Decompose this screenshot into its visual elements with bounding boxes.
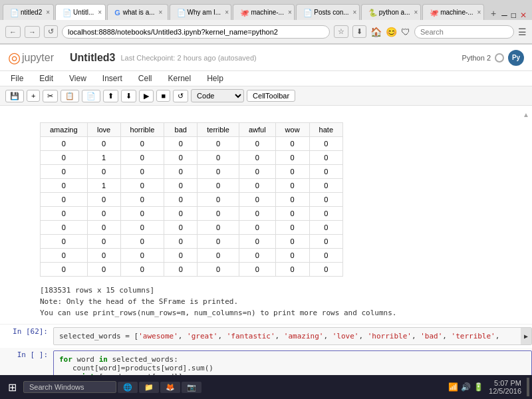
notebook-content: ▲ amazing love horrible bad terrible awf…: [0, 106, 532, 388]
taskbar-network-icon[interactable]: 📶: [448, 382, 458, 392]
tab-close-7[interactable]: ×: [414, 9, 418, 16]
jupyter-text: jupyter: [22, 52, 54, 64]
cell-6-2: 0: [120, 221, 164, 235]
bookmark-button[interactable]: ☆: [334, 25, 348, 38]
scroll-indicator-top: ▲: [0, 111, 532, 118]
taskbar-app-ie[interactable]: 🌐: [118, 382, 138, 393]
run-button[interactable]: ▶: [139, 90, 154, 102]
tab-google[interactable]: G what is a... ×: [107, 4, 168, 20]
minimize-button[interactable]: ─: [501, 11, 507, 20]
menu-kernel[interactable]: Kernel: [166, 72, 194, 84]
menu-button[interactable]: ☰: [518, 27, 527, 37]
tab-favicon-6: 📄: [303, 9, 311, 17]
menu-view[interactable]: View: [66, 72, 89, 84]
browser-icon-user[interactable]: 😊: [386, 27, 397, 37]
menu-edit[interactable]: Edit: [37, 72, 56, 84]
add-cell-button[interactable]: +: [27, 90, 40, 102]
download-button[interactable]: ⬇: [352, 25, 366, 38]
cell-9-7: 0: [309, 263, 342, 277]
cell-2-0: 0: [41, 165, 88, 179]
tab-label-4: Why am I...: [188, 9, 221, 16]
col-wow: wow: [275, 123, 309, 137]
start-button[interactable]: ⊞: [3, 381, 22, 394]
tab-close-3[interactable]: ×: [159, 9, 163, 16]
tab-untitled3[interactable]: 📄 Untitl... ×: [55, 4, 106, 20]
url-input[interactable]: [62, 25, 330, 39]
code-area-1[interactable]: selected_words = ['awesome', 'great', 'f…: [53, 327, 532, 345]
scroll-right-indicator[interactable]: ▶: [521, 328, 531, 344]
maximize-button[interactable]: □: [511, 11, 516, 20]
table-row: 01000000: [41, 179, 343, 193]
move-up-button[interactable]: ⬆: [103, 90, 118, 102]
table-row: 01000000: [41, 151, 343, 165]
tab-close-8[interactable]: ×: [477, 9, 481, 16]
taskbar-search-input[interactable]: [23, 381, 116, 393]
celltoolbar-button[interactable]: CellToolbar: [247, 90, 295, 102]
taskbar-clock: 5:07 PM 12/5/2016: [489, 379, 521, 395]
browser-icon-home[interactable]: 🏠: [370, 27, 382, 37]
taskbar-app-camera[interactable]: 📷: [182, 382, 201, 393]
paste-button[interactable]: 📄: [82, 90, 100, 102]
kernel-circle: [495, 53, 504, 63]
taskbar-app-explorer[interactable]: 📁: [139, 382, 159, 393]
tab-label-3: what is a...: [123, 9, 155, 16]
tab-close-5[interactable]: ×: [288, 9, 292, 16]
cell-4-3: 0: [164, 193, 198, 207]
browser-search-input[interactable]: [414, 25, 514, 39]
cell-3-5: 0: [239, 179, 275, 193]
save-button[interactable]: 💾: [5, 90, 24, 102]
browser-icon-shield[interactable]: 🛡: [401, 27, 410, 37]
reload-button[interactable]: ↺: [44, 25, 58, 38]
tab-python[interactable]: 🐍 python a... ×: [361, 4, 421, 20]
cell-2-1: 0: [87, 165, 120, 179]
tab-close-6[interactable]: ×: [353, 9, 357, 16]
menu-file[interactable]: File: [8, 72, 26, 84]
tab-ntitled2[interactable]: 📄 ntitled2 ×: [3, 4, 54, 20]
cell-type-select[interactable]: Code: [191, 89, 244, 102]
menu-insert[interactable]: Insert: [100, 72, 125, 84]
menu-help[interactable]: Help: [204, 72, 226, 84]
cell-9-2: 0: [120, 263, 164, 277]
tab-close-2[interactable]: ×: [98, 9, 102, 16]
address-bar: ← → ↺ ☆ ⬇ 🏠 😊 🛡 ☰: [0, 20, 532, 44]
cut-button[interactable]: ✂: [43, 90, 58, 102]
interrupt-button[interactable]: ■: [156, 90, 170, 102]
taskbar-battery-icon[interactable]: 🔋: [473, 382, 483, 392]
back-button[interactable]: ←: [5, 26, 21, 38]
tab-github2[interactable]: 🐙 machine-... ×: [422, 4, 484, 20]
close-button[interactable]: ✕: [520, 11, 527, 20]
tab-posts[interactable]: 📄 Posts con... ×: [296, 4, 359, 20]
cell-2-2: 0: [120, 165, 164, 179]
taskbar-sound-icon[interactable]: 🔊: [461, 382, 471, 392]
cell-3-3: 0: [164, 179, 198, 193]
tab-close-1[interactable]: ×: [46, 9, 50, 16]
cell-0-0: 0: [41, 137, 88, 151]
checkpoint-info: Last Checkpoint: 2 hours ago (autosaved): [120, 54, 256, 62]
cell-1-5: 0: [239, 151, 275, 165]
code-line-1: selected_words = ['awesome', 'great', 'f…: [59, 332, 526, 340]
cell-4-1: 0: [87, 193, 120, 207]
forward-button[interactable]: →: [25, 26, 40, 38]
cell-3-7: 0: [309, 179, 342, 193]
tab-github1[interactable]: 🐙 machine-... ×: [233, 4, 295, 20]
copy-button[interactable]: 📋: [61, 90, 79, 102]
cell-5-3: 0: [164, 207, 198, 221]
tab-why[interactable]: 📄 Why am I... ×: [170, 4, 232, 20]
col-awful: awful: [239, 123, 275, 137]
taskbar-app-firefox[interactable]: 🦊: [160, 382, 180, 393]
move-down-button[interactable]: ⬇: [121, 90, 136, 102]
tab-label-7: python a...: [379, 9, 410, 16]
row-count-text: [183531 rows x 15 columns]: [40, 285, 519, 296]
show-desktop-button[interactable]: [527, 378, 529, 396]
menu-cell[interactable]: Cell: [136, 72, 155, 84]
table-row: 00000000: [41, 249, 343, 263]
restart-button[interactable]: ↺: [173, 90, 188, 102]
cell-2-7: 0: [309, 165, 342, 179]
new-tab-button[interactable]: +: [485, 7, 501, 20]
cell-7-3: 0: [164, 235, 198, 249]
tab-close-4[interactable]: ×: [225, 9, 229, 16]
cell-4-5: 0: [239, 193, 275, 207]
notebook-title[interactable]: Untitled3: [70, 52, 115, 64]
cell-2-5: 0: [239, 165, 275, 179]
jupyter-logo-icon: ◎: [8, 49, 21, 66]
